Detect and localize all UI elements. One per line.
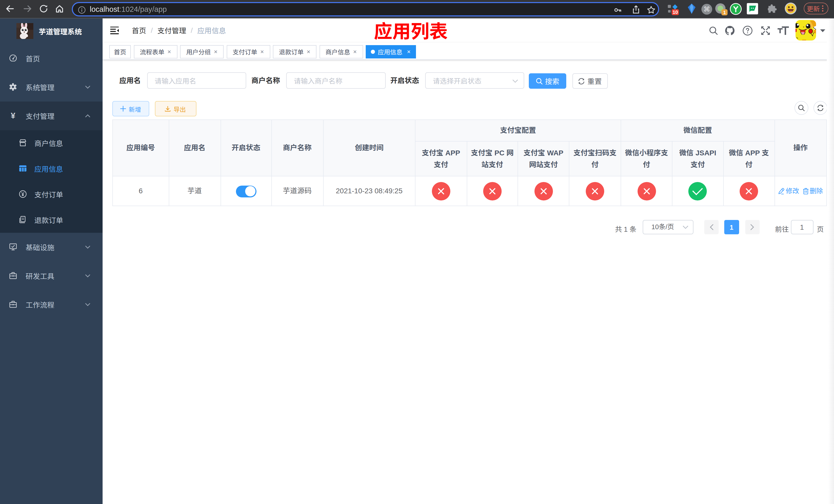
svg-text:1: 1 bbox=[723, 10, 726, 15]
svg-text:⌘: ⌘ bbox=[703, 5, 710, 13]
svg-text:10: 10 bbox=[673, 9, 678, 15]
